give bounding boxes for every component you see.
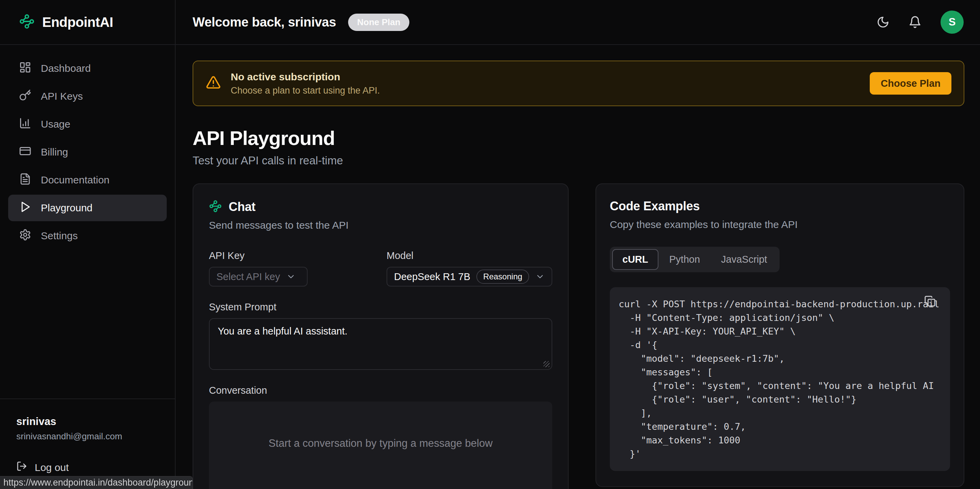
copy-icon xyxy=(924,295,936,307)
banner-subtitle: Choose a plan to start using the API. xyxy=(231,85,380,96)
sidebar-item-label: Settings xyxy=(41,230,78,242)
bar-chart-icon xyxy=(19,117,31,132)
bell-icon xyxy=(908,16,921,29)
code-line: "temperature": 0.7, xyxy=(619,420,950,433)
page-subtitle: Test your API calls in real-time xyxy=(192,154,964,167)
play-icon xyxy=(19,201,31,215)
waypoints-logo-icon xyxy=(19,14,35,30)
plan-badge: None Plan xyxy=(348,14,409,31)
sidebar-item-label: API Keys xyxy=(41,91,83,102)
subscription-warning-banner: No active subscription Choose a plan to … xyxy=(192,61,964,106)
code-line: "model": "deepseek-r1:7b", xyxy=(619,352,950,365)
layout-dashboard-icon xyxy=(19,61,31,76)
conversation-placeholder: Start a conversation by typing a message… xyxy=(209,437,552,449)
choose-plan-button[interactable]: Choose Plan xyxy=(870,72,951,95)
waypoints-chat-icon xyxy=(209,200,222,214)
log-out-icon xyxy=(16,461,27,474)
brand-logo-row: EndpointAI xyxy=(0,0,175,45)
logout-button[interactable]: Log out xyxy=(16,461,159,474)
browser-status-bar: https://www.endpointai.in/dashboard/play… xyxy=(0,476,192,489)
code-line: }' xyxy=(619,447,950,461)
notifications-button[interactable] xyxy=(908,16,921,29)
banner-text: No active subscription Choose a plan to … xyxy=(231,71,380,96)
reasoning-badge: Reasoning xyxy=(476,269,529,284)
sidebar-item-api-keys[interactable]: API Keys xyxy=(8,83,167,110)
welcome-title: Welcome back, srinivas xyxy=(192,15,336,30)
code-examples-card: Code Examples Copy these examples to int… xyxy=(595,183,964,487)
sidebar-item-billing[interactable]: Billing xyxy=(8,139,167,166)
chat-card-title: Chat xyxy=(229,200,256,214)
credit-card-icon xyxy=(19,145,31,159)
user-email: srinivasnandhi@gmail.com xyxy=(16,431,159,442)
chat-form-row: API Key Select API key Model DeepSeek R1… xyxy=(209,250,552,287)
brand-name: EndpointAI xyxy=(42,14,113,30)
sidebar-nav: Dashboard API Keys Usage Billing Documen… xyxy=(0,45,175,259)
sidebar-item-documentation[interactable]: Documentation xyxy=(8,167,167,193)
sidebar-item-playground[interactable]: Playground xyxy=(8,194,167,221)
code-line: -d '{ xyxy=(619,338,950,352)
tab-javascript[interactable]: JavaScript xyxy=(711,249,777,270)
page-head: API Playground Test your API calls in re… xyxy=(192,127,964,167)
chevron-down-icon xyxy=(286,272,296,282)
sidebar-item-label: Playground xyxy=(41,202,92,214)
sidebar-item-settings[interactable]: Settings xyxy=(8,223,167,249)
code-line: {"role": "system", "content": "You are a… xyxy=(619,379,950,393)
code-line: "max_tokens": 1000 xyxy=(619,433,950,447)
header-actions: S xyxy=(877,11,964,34)
file-text-icon xyxy=(19,173,31,188)
code-examples-subtitle: Copy these examples to integrate the API xyxy=(610,219,950,230)
moon-icon xyxy=(877,16,889,29)
gear-icon xyxy=(19,229,31,243)
code-line: "messages": [ xyxy=(619,365,950,379)
conversation-panel: Start a conversation by typing a message… xyxy=(209,401,552,489)
chat-card-header: Chat xyxy=(209,200,552,214)
model-value: DeepSeek R1 7B xyxy=(394,271,470,282)
sidebar-item-label: Usage xyxy=(41,118,70,130)
app-window: EndpointAI Dashboard API Keys Usage Bill… xyxy=(0,0,980,489)
sidebar-item-dashboard[interactable]: Dashboard xyxy=(8,55,167,82)
code-line: curl -X POST https://endpointai-backend-… xyxy=(619,298,950,311)
tab-python[interactable]: Python xyxy=(659,249,710,270)
api-key-placeholder: Select API key xyxy=(216,271,280,282)
code-line: -H "Content-Type: application/json" \ xyxy=(619,311,950,325)
sidebar-item-label: Dashboard xyxy=(41,63,91,74)
sidebar-item-label: Documentation xyxy=(41,174,110,186)
chat-card: Chat Send messages to test the API API K… xyxy=(192,183,569,489)
avatar[interactable]: S xyxy=(940,11,964,34)
code-line: -H "X-API-Key: YOUR_API_KEY" \ xyxy=(619,325,950,338)
playground-columns: Chat Send messages to test the API API K… xyxy=(192,183,964,489)
chat-card-subtitle: Send messages to test the API xyxy=(209,220,552,231)
theme-toggle-button[interactable] xyxy=(877,16,889,29)
sidebar: EndpointAI Dashboard API Keys Usage Bill… xyxy=(0,0,176,489)
code-snippet-block: curl -X POST https://endpointai-backend-… xyxy=(610,287,950,471)
tab-curl[interactable]: cURL xyxy=(612,249,659,270)
banner-title: No active subscription xyxy=(231,71,380,83)
conversation-label: Conversation xyxy=(209,385,552,396)
system-prompt-label: System Prompt xyxy=(209,301,552,313)
code-line: ], xyxy=(619,406,950,420)
sidebar-user-section: srinivas srinivasnandhi@gmail.com Log ou… xyxy=(0,398,175,489)
main-area: Welcome back, srinivas None Plan S No ac… xyxy=(176,0,980,489)
model-label: Model xyxy=(387,250,552,261)
model-field-group: Model DeepSeek R1 7B Reasoning xyxy=(387,250,552,287)
page-content: No active subscription Choose a plan to … xyxy=(176,45,980,489)
code-language-tabs: cURL Python JavaScript xyxy=(610,247,780,272)
page-title: API Playground xyxy=(192,127,964,150)
sidebar-spacer xyxy=(0,259,175,398)
key-icon xyxy=(19,89,31,104)
sidebar-item-usage[interactable]: Usage xyxy=(8,111,167,137)
user-name: srinivas xyxy=(16,416,159,428)
copy-code-button[interactable] xyxy=(924,295,936,307)
code-line: {"role": "user", "content": "Hello!"} xyxy=(619,393,950,406)
api-key-select[interactable]: Select API key xyxy=(209,267,308,287)
sidebar-item-label: Billing xyxy=(41,147,68,158)
conversation-group: Conversation Start a conversation by typ… xyxy=(209,385,552,489)
top-header: Welcome back, srinivas None Plan S xyxy=(176,0,980,45)
system-prompt-group: System Prompt You are a helpful AI assis… xyxy=(209,301,552,370)
api-key-label: API Key xyxy=(209,250,308,261)
system-prompt-textarea[interactable]: You are a helpful AI assistant. xyxy=(209,318,552,370)
logout-label: Log out xyxy=(35,462,69,473)
chevron-down-icon xyxy=(535,272,545,282)
api-key-field-group: API Key Select API key xyxy=(209,250,308,287)
model-select[interactable]: DeepSeek R1 7B Reasoning xyxy=(387,267,552,287)
